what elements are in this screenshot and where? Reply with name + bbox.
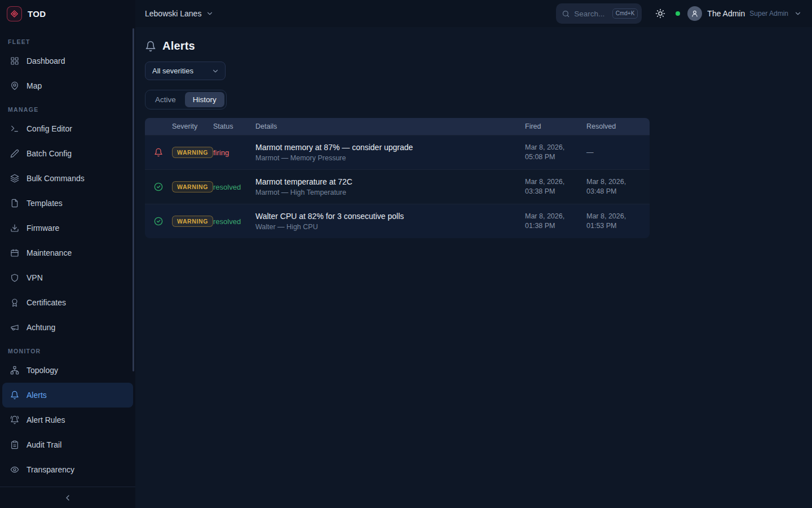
search-box[interactable]: Cmd+K <box>556 3 642 24</box>
brush-icon <box>10 149 19 158</box>
sidebar-item-label: Topology <box>27 366 58 375</box>
avatar[interactable] <box>687 6 702 21</box>
sidebar-item-vpn[interactable]: VPN <box>2 265 133 290</box>
sidebar-item-topology[interactable]: Topology <box>2 358 133 383</box>
dashboard-grid-icon <box>10 56 19 65</box>
sidebar-item-bulk-commands[interactable]: Bulk Commands <box>2 166 133 191</box>
alert-subtitle: Marmot — High Temperature <box>255 189 525 196</box>
topbar: Lebowski Lanes Cmd+K The Admin Super <box>135 0 812 27</box>
alert-title: Marmot temperature at 72C <box>255 177 525 186</box>
app-root: TOD Lebowski Lanes Cmd+K <box>0 0 812 508</box>
alerts-tabs: Active History <box>145 90 227 110</box>
calendar-icon <box>10 248 19 257</box>
severity-filter[interactable]: All severities <box>145 62 226 80</box>
org-selector[interactable]: Lebowski Lanes <box>145 9 214 18</box>
bell-icon <box>10 391 19 400</box>
org-name: Lebowski Lanes <box>145 9 201 18</box>
col-status: Status <box>213 122 255 130</box>
sidebar-item-templates[interactable]: Templates <box>2 191 133 216</box>
layers-icon <box>10 174 19 183</box>
download-icon <box>10 224 19 233</box>
sidebar-item-label: Maintenance <box>27 248 72 257</box>
user-role: Super Admin <box>749 10 788 17</box>
theme-toggle-sun-icon[interactable] <box>655 8 665 19</box>
resolved-time: Mar 8, 2026,01:53 PM <box>586 212 641 231</box>
sidebar-item-label: Alerts <box>27 391 47 400</box>
sidebar-item-label: Bulk Commands <box>27 174 85 183</box>
fired-time: Mar 8, 2026,01:38 PM <box>525 212 586 231</box>
sidebar-item-label: Map <box>27 81 42 90</box>
alert-subtitle: Walter — High CPU <box>255 223 525 231</box>
network-icon <box>10 366 19 375</box>
alert-resolved-check-icon <box>154 182 172 191</box>
sidebar-collapse-button[interactable] <box>0 487 135 508</box>
sidebar-item-achtung[interactable]: Achtung <box>2 315 133 340</box>
sidebar-item-transparency[interactable]: Transparency <box>2 457 133 482</box>
alerts-table: Severity Status Details Fired Resolved W… <box>145 118 650 238</box>
table-header: Severity Status Details Fired Resolved <box>145 118 650 135</box>
sidebar-item-label: Config Editor <box>27 124 72 133</box>
megaphone-icon <box>10 323 19 332</box>
status-text: firing <box>213 148 255 157</box>
sidebar-scrollbar[interactable] <box>133 28 134 371</box>
sidebar: FLEET Dashboard Map MANAGE Config Editor… <box>0 27 135 508</box>
sidebar-item-label: Achtung <box>27 323 55 332</box>
fired-time: Mar 8, 2026,03:38 PM <box>525 177 586 196</box>
brand-name: TOD <box>28 9 46 19</box>
resolved-time: — <box>586 148 641 157</box>
chevron-left-icon <box>63 493 72 502</box>
status-text: resolved <box>213 217 255 226</box>
sidebar-item-maintenance[interactable]: Maintenance <box>2 240 133 265</box>
main-content: Alerts All severities Active History Sev… <box>135 27 812 508</box>
sidebar-item-label: Firmware <box>27 224 59 233</box>
map-pin-icon <box>10 81 19 90</box>
table-row[interactable]: WARNING resolved Marmot temperature at 7… <box>145 169 650 204</box>
table-row[interactable]: WARNING resolved Walter CPU at 82% for 3… <box>145 204 650 238</box>
chevron-down-icon <box>211 67 219 75</box>
page-header: Alerts <box>145 40 812 52</box>
alert-title: Marmot memory at 87% — consider upgrade <box>255 143 525 152</box>
certificate-badge-icon <box>10 298 19 307</box>
sidebar-item-audit-trail[interactable]: Audit Trail <box>2 432 133 457</box>
sidebar-item-label: VPN <box>27 273 43 282</box>
topbar-right: Cmd+K The Admin Super Admin <box>556 3 802 24</box>
alert-title: Walter CPU at 82% for 3 consecutive poll… <box>255 212 525 221</box>
tab-active[interactable]: Active <box>147 92 184 107</box>
sidebar-item-map[interactable]: Map <box>2 73 133 98</box>
chevron-down-icon <box>206 10 214 17</box>
status-text: resolved <box>213 183 255 191</box>
brand-header: TOD <box>0 0 135 27</box>
search-input[interactable] <box>574 10 608 18</box>
sidebar-item-config-editor[interactable]: Config Editor <box>2 116 133 141</box>
alert-firing-bell-icon <box>154 148 172 157</box>
fired-time: Mar 8, 2026,05:08 PM <box>525 143 586 162</box>
col-details: Details <box>255 122 525 130</box>
alert-details: Marmot temperature at 72C Marmot — High … <box>255 177 525 196</box>
sidebar-item-label: Alert Rules <box>27 415 65 424</box>
search-icon <box>562 10 570 18</box>
severity-badge: WARNING <box>172 181 213 192</box>
tab-history[interactable]: History <box>185 92 224 107</box>
sidebar-item-firmware[interactable]: Firmware <box>2 216 133 240</box>
shield-icon <box>10 273 19 282</box>
section-label-fleet: FLEET <box>2 30 133 49</box>
bell-icon <box>145 41 156 52</box>
sidebar-item-alert-rules[interactable]: Alert Rules <box>2 408 133 432</box>
section-label-monitor: MONITOR <box>2 340 133 358</box>
sidebar-item-alerts[interactable]: Alerts <box>2 383 133 408</box>
alert-subtitle: Marmot — Memory Pressure <box>255 154 525 162</box>
sidebar-item-certificates[interactable]: Certificates <box>2 290 133 315</box>
sidebar-item-batch-config[interactable]: Batch Config <box>2 141 133 166</box>
resolved-time: Mar 8, 2026,03:48 PM <box>586 177 641 196</box>
user-menu-chevron-icon[interactable] <box>794 10 802 17</box>
page-title: Alerts <box>162 40 195 52</box>
sidebar-item-label: Audit Trail <box>27 440 61 449</box>
brand-logo-icon <box>7 6 22 21</box>
severity-badge: WARNING <box>172 147 213 158</box>
col-fired: Fired <box>525 122 586 130</box>
sidebar-item-label: Certificates <box>27 298 66 307</box>
sidebar-item-dashboard[interactable]: Dashboard <box>2 49 133 73</box>
sidebar-item-label: Transparency <box>27 465 74 474</box>
table-row[interactable]: WARNING firing Marmot memory at 87% — co… <box>145 135 650 169</box>
alert-details: Walter CPU at 82% for 3 consecutive poll… <box>255 212 525 231</box>
